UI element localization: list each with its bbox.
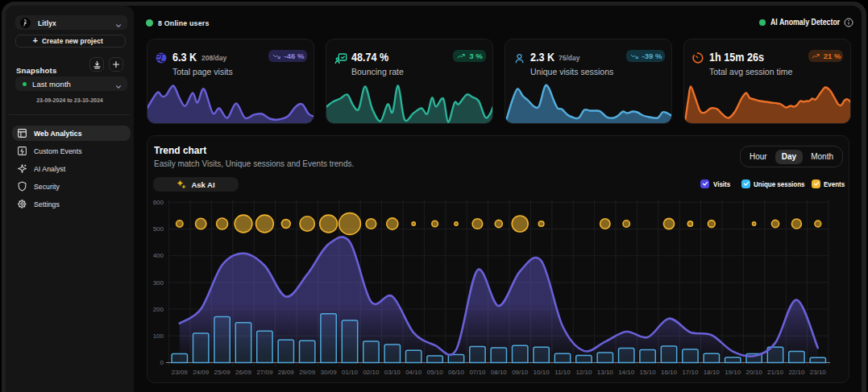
svg-text:04/10: 04/10 — [405, 369, 422, 376]
svg-text:21/10: 21/10 — [767, 369, 784, 376]
svg-text:07/10: 07/10 — [469, 369, 486, 376]
svg-text:16/10: 16/10 — [661, 369, 678, 376]
svg-text:12/10: 12/10 — [575, 369, 592, 376]
svg-text:08/10: 08/10 — [491, 369, 508, 376]
svg-text:400: 400 — [153, 252, 164, 259]
svg-text:10/10: 10/10 — [534, 369, 550, 376]
svg-text:18/10: 18/10 — [704, 369, 721, 376]
svg-text:15/10: 15/10 — [640, 369, 657, 376]
svg-text:200: 200 — [153, 306, 164, 313]
svg-text:300: 300 — [153, 279, 164, 287]
svg-text:23/09: 23/09 — [172, 369, 189, 376]
svg-text:11/10: 11/10 — [554, 369, 571, 376]
svg-text:29/09: 29/09 — [299, 369, 316, 376]
svg-text:100: 100 — [153, 332, 164, 340]
svg-text:02/10: 02/10 — [363, 369, 380, 376]
svg-text:600: 600 — [153, 199, 164, 206]
svg-text:27/09: 27/09 — [256, 369, 273, 376]
svg-text:28/09: 28/09 — [278, 369, 295, 376]
svg-text:0: 0 — [160, 359, 164, 366]
svg-text:14/10: 14/10 — [618, 369, 635, 376]
svg-text:01/10: 01/10 — [342, 369, 359, 376]
svg-text:06/10: 06/10 — [448, 369, 465, 376]
svg-text:17/10: 17/10 — [682, 369, 699, 376]
svg-text:09/10: 09/10 — [512, 369, 529, 376]
svg-text:03/10: 03/10 — [384, 369, 401, 376]
svg-text:22/10: 22/10 — [788, 369, 805, 376]
svg-text:24/09: 24/09 — [193, 369, 210, 376]
svg-text:500: 500 — [153, 225, 164, 233]
svg-text:13/10: 13/10 — [597, 369, 614, 376]
svg-text:20/10: 20/10 — [746, 369, 763, 376]
svg-text:23/10: 23/10 — [810, 369, 827, 376]
svg-text:30/09: 30/09 — [321, 369, 338, 376]
svg-text:26/09: 26/09 — [235, 369, 252, 376]
svg-text:19/10: 19/10 — [725, 369, 741, 376]
svg-text:05/10: 05/10 — [427, 369, 444, 376]
svg-text:25/09: 25/09 — [214, 369, 231, 376]
